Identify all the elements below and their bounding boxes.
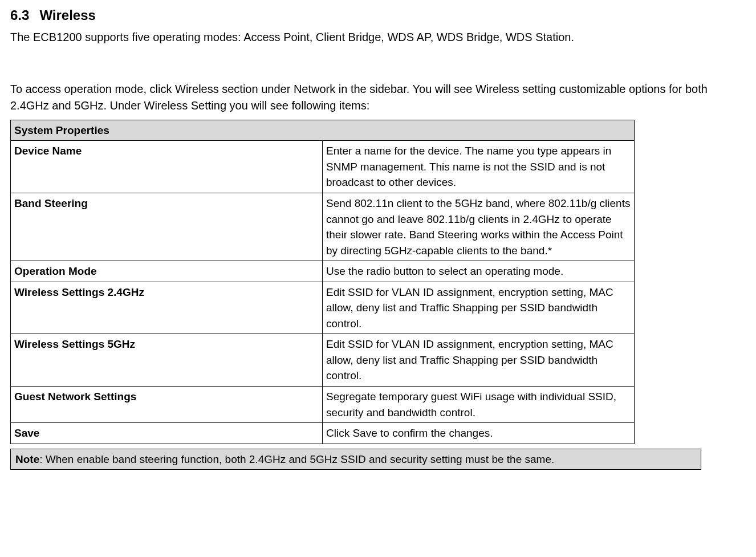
section-title: Wireless: [39, 7, 96, 23]
row-label: Operation Mode: [11, 261, 323, 282]
row-desc: Enter a name for the device. The name yo…: [323, 141, 635, 193]
row-desc: Click Save to confirm the changes.: [323, 423, 635, 444]
row-label: Device Name: [11, 141, 323, 193]
section-number: 6.3: [10, 6, 29, 26]
intro-paragraph-1: The ECB1200 supports five operating mode…: [10, 29, 737, 46]
table-row: Device Name Enter a name for the device.…: [11, 141, 635, 193]
note-box: Note: When enable band steering function…: [10, 449, 701, 470]
table-row: Operation Mode Use the radio button to s…: [11, 261, 635, 282]
row-desc: Edit SSID for VLAN ID assignment, encryp…: [323, 334, 635, 387]
row-label: Band Steering: [11, 193, 323, 261]
table-row: Wireless Settings 2.4GHz Edit SSID for V…: [11, 282, 635, 334]
section-heading: 6.3Wireless: [10, 6, 737, 26]
row-desc: Segregate temporary guest WiFi usage wit…: [323, 387, 635, 423]
row-label: Save: [11, 423, 323, 444]
system-properties-table: System Properties Device Name Enter a na…: [10, 120, 635, 444]
row-desc: Send 802.11n client to the 5GHz band, wh…: [323, 193, 635, 261]
note-label: Note: [15, 453, 39, 465]
row-label: Wireless Settings 5GHz: [11, 334, 323, 387]
table-row: Wireless Settings 5GHz Edit SSID for VLA…: [11, 334, 635, 387]
note-text: : When enable band steering function, bo…: [39, 453, 554, 465]
row-desc: Edit SSID for VLAN ID assignment, encryp…: [323, 282, 635, 334]
table-header: System Properties: [11, 120, 635, 141]
table-row: Guest Network Settings Segregate tempora…: [11, 387, 635, 423]
row-label: Guest Network Settings: [11, 387, 323, 423]
table-row: Band Steering Send 802.11n client to the…: [11, 193, 635, 261]
row-label: Wireless Settings 2.4GHz: [11, 282, 323, 334]
row-desc: Use the radio button to select an operat…: [323, 261, 635, 282]
table-row: Save Click Save to confirm the changes.: [11, 423, 635, 444]
intro-paragraph-2: To access operation mode, click Wireless…: [10, 81, 737, 114]
